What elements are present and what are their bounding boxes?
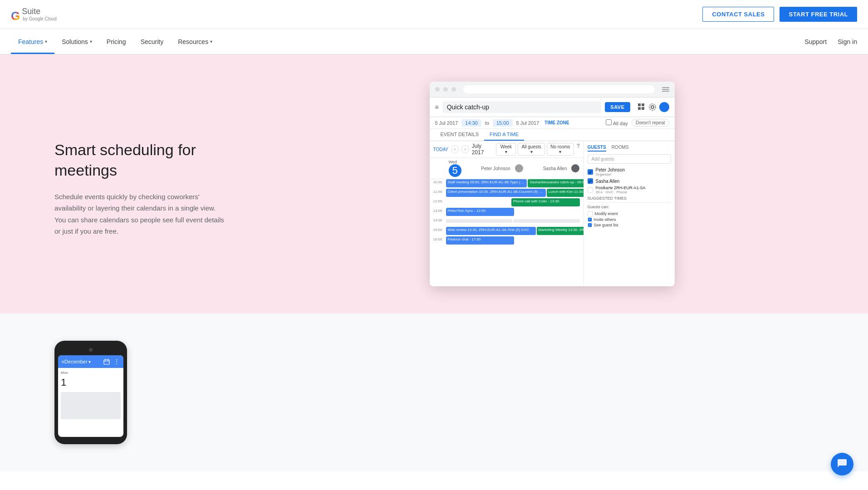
next-button[interactable]: ›: [461, 145, 469, 153]
nav-item-pricing[interactable]: Pricing: [99, 29, 133, 54]
time-slot-12: 12:00 Phone call with Colin - 13:30: [433, 198, 580, 207]
phone-month: December: [64, 359, 88, 364]
event-client-presentation[interactable]: Client presentation 10:30, ZRH-EUR-A1-3B…: [446, 189, 546, 197]
event-web-review[interactable]: Web review 13:30, ZRH-EUR-A1-3A-Tirte (5…: [446, 227, 536, 235]
divider: [588, 202, 671, 203]
time-slot-10: 10:00 Staff meeting 09:00, ZRH-EUR-A1-3B…: [433, 179, 580, 188]
view-select: Week ▾ All guests ▾ No rooms ▾ ?: [496, 143, 579, 156]
time-slot-16: 16:00 Finance chat - 17:00: [433, 236, 580, 245]
calendar-header: ≡ Quick catch-up SAVE: [430, 98, 675, 117]
nav-item-features[interactable]: Features ▾: [11, 29, 54, 54]
time-end: 15:00: [493, 119, 513, 127]
nav-resources-chevron: ▾: [210, 39, 212, 44]
time-slot-11: 11:00 Client presentation 10:30, ZRH-EUR…: [433, 189, 580, 198]
calendar-screenshot: ≡ Quick catch-up SAVE 5 Jul 2017 14:30 t…: [430, 82, 675, 286]
svg-rect-2: [638, 107, 641, 110]
nav-solutions-chevron: ▾: [90, 39, 92, 44]
grid-icon: [638, 103, 646, 111]
nav-features-chevron: ▾: [45, 39, 47, 44]
person1-avatar: [515, 164, 523, 172]
guest-peter-checkbox[interactable]: ✓: [588, 169, 593, 175]
perm-guestlist-checkbox[interactable]: ✓: [588, 223, 592, 227]
add-guests-input[interactable]: Add guests: [588, 154, 671, 164]
header-actions: CONTACT SALES START FREE TRIAL: [702, 7, 857, 22]
today-button[interactable]: TODAY: [433, 147, 449, 152]
guest-peter-name: Peter Johnson: [596, 167, 625, 172]
person2-name: Sasha Allen: [543, 166, 567, 171]
nav-item-solutions[interactable]: Solutions ▾: [54, 29, 99, 54]
tab-event-details[interactable]: EVENT DETAILS: [435, 129, 485, 141]
event-phone-colin[interactable]: Phone call with Colin - 13:30: [511, 198, 580, 206]
logo-suite-text: Suite: [22, 7, 40, 16]
hero-description: Schedule events quickly by checking cowo…: [54, 191, 227, 237]
phone-event-preview: [61, 392, 121, 419]
phone-camera: [58, 348, 123, 352]
svg-rect-6: [104, 360, 109, 364]
help-icon: ?: [577, 143, 580, 156]
save-button[interactable]: SAVE: [605, 102, 630, 112]
event-marketing-weekly[interactable]: Marketing Weekly 13:30, ZRH-EUR-A1-3A-Ti…: [537, 227, 584, 235]
event-tabs: EVENT DETAILS FIND A TIME: [430, 129, 675, 141]
guest-postkarte: Postkarte ZRH-EUR-A1-SA 26.4 · GVC · Pho…: [588, 186, 671, 194]
perm-guestlist: ✓ See guest list: [588, 223, 671, 227]
nav-left: Features ▾ Solutions ▾ Pricing Security …: [11, 29, 220, 54]
prev-button[interactable]: ‹: [451, 145, 459, 153]
time-slot-13: 13:00 Peter/Tom Sync - 12:00: [433, 208, 580, 217]
nav-security-label: Security: [141, 38, 164, 45]
rooms-select-btn[interactable]: No rooms ▾: [547, 143, 574, 156]
phone-calendar-icon: [103, 358, 110, 365]
phone-day-number: 1: [61, 375, 121, 390]
date-end: 5 Jul 2017: [516, 120, 539, 126]
person1-name: Peter Johnson: [481, 166, 510, 171]
event-sasha-catchup[interactable]: Sasha/Alessandro catch-up - 09:00: [528, 179, 583, 187]
guests-select-btn[interactable]: All guests ▾: [518, 143, 545, 156]
perm-invite: ✓ Invite others: [588, 217, 671, 222]
guest-sasha-name: Sasha Allen: [596, 179, 620, 184]
all-day-checkbox[interactable]: [606, 119, 612, 125]
repeat-selector[interactable]: Doesn't repeat: [632, 119, 669, 127]
guest-postkarte-checkbox[interactable]: [588, 187, 593, 193]
tab-find-time[interactable]: FIND A TIME: [484, 129, 524, 141]
menu-icon: ≡: [435, 103, 439, 111]
event-lunch-kim[interactable]: Lunch with Kim 11:30, ZRH-EUR-A1-3B-Couv…: [547, 189, 584, 197]
logo-g-letter: G: [11, 10, 20, 22]
guest-sasha: ✓ Sasha Allen: [588, 178, 671, 184]
timezone-label: TIME ZONE: [544, 120, 569, 125]
guests-tab[interactable]: GUESTS: [588, 145, 606, 152]
person2-avatar: [571, 164, 579, 172]
phone-screen: ≡ December ▾ ⋮ Mon 1: [58, 355, 123, 437]
day-info: Wed 5: [449, 160, 461, 177]
nav-item-resources[interactable]: Resources ▾: [171, 29, 220, 54]
rooms-tab[interactable]: ROOMS: [612, 145, 629, 152]
perm-modify-label: Modify event: [595, 211, 618, 216]
guests-rooms-tabs: GUESTS ROOMS: [588, 145, 671, 152]
nav-signin[interactable]: Sign in: [838, 38, 857, 45]
browser-bar: [430, 82, 675, 98]
phone-more-icon: ⋮: [113, 358, 120, 365]
contact-sales-button[interactable]: CONTACT SALES: [702, 7, 774, 22]
event-title-input[interactable]: Quick catch-up: [442, 101, 602, 113]
chat-svg-icon: [837, 458, 848, 469]
event-staff-meeting[interactable]: Staff meeting 09:00, ZRH-EUR-A1-3B-Typo …: [446, 179, 527, 187]
guest-peter: ✓ Peter Johnson Organiser: [588, 167, 671, 176]
svg-rect-0: [638, 103, 641, 106]
nav-item-security[interactable]: Security: [133, 29, 171, 54]
nav-solutions-label: Solutions: [62, 38, 88, 45]
start-trial-button[interactable]: START FREE TRIAL: [780, 7, 857, 22]
perm-invite-checkbox[interactable]: ✓: [588, 217, 592, 222]
event-finance-chat[interactable]: Finance chat - 17:00: [446, 236, 515, 245]
current-time-marker: [446, 219, 513, 223]
guest-postkarte-name: Postkarte ZRH-EUR-A1-SA: [596, 186, 646, 190]
guest-sasha-checkbox[interactable]: ✓: [588, 178, 593, 184]
calendar-nav-bar: TODAY ‹ › July 2017 Week ▾ All guests ▾ …: [430, 141, 584, 158]
event-peter-tom-sync[interactable]: Peter/Tom Sync - 12:00: [446, 208, 515, 216]
calendar-body: TODAY ‹ › July 2017 Week ▾ All guests ▾ …: [430, 141, 675, 286]
week-view-btn[interactable]: Week ▾: [496, 143, 516, 156]
perm-modify: Modify event: [588, 211, 671, 216]
time-slot-15: 15:00 Web review 13:30, ZRH-EUR-A1-3A-Ti…: [433, 227, 580, 236]
svg-marker-11: [838, 466, 839, 467]
guests-sidebar: GUESTS ROOMS Add guests ✓ Peter Johnson …: [584, 141, 675, 286]
perm-modify-checkbox[interactable]: [588, 211, 593, 216]
svg-rect-3: [642, 107, 644, 110]
nav-support[interactable]: Support: [804, 38, 827, 45]
